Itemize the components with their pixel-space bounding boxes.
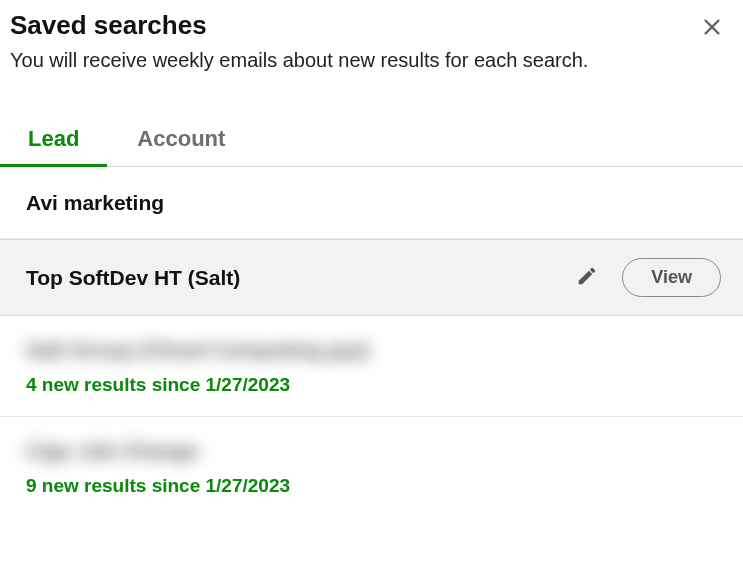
view-button[interactable]: View [622,258,721,297]
row-actions: View [572,258,721,297]
close-button[interactable] [697,12,727,45]
edit-button[interactable] [572,261,602,294]
close-icon [701,16,723,41]
saved-searches-panel: Saved searches You will receive weekly e… [0,0,743,517]
tab-account[interactable]: Account [137,116,225,166]
header-titles: Saved searches You will receive weekly e… [10,10,697,74]
pencil-icon [576,265,598,290]
panel-subtitle: You will receive weekly emails about new… [10,47,697,74]
saved-search-title: Cigo Job Change [26,439,199,463]
new-results-label: 9 new results since 1/27/2023 [26,475,290,497]
tab-lead[interactable]: Lead [28,116,79,166]
saved-search-row[interactable]: Avi marketing [0,167,743,239]
saved-search-title: Salt Group (Cloud Computing grp) [26,338,369,362]
tabs: Lead Account [0,116,743,167]
saved-search-row[interactable]: Salt Group (Cloud Computing grp) 4 new r… [0,316,743,417]
saved-searches-list: Avi marketing Top SoftDev HT (Salt) View [0,167,743,517]
panel-title: Saved searches [10,10,697,41]
saved-search-row[interactable]: Cigo Job Change 9 new results since 1/27… [0,417,743,517]
saved-search-row[interactable]: Top SoftDev HT (Salt) View [0,239,743,316]
saved-search-title: Top SoftDev HT (Salt) [26,266,572,290]
panel-header: Saved searches You will receive weekly e… [0,0,743,80]
new-results-label: 4 new results since 1/27/2023 [26,374,290,396]
saved-search-title: Avi marketing [26,191,721,215]
